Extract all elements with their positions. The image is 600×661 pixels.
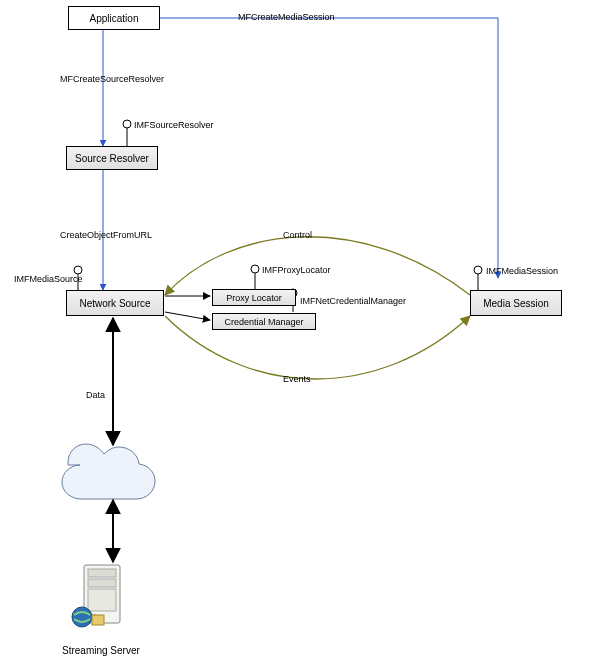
node-credential-manager: Credential Manager — [212, 313, 316, 330]
node-source-resolver: Source Resolver — [66, 146, 158, 170]
label-imf-media-source: IMFMediaSource — [14, 274, 83, 284]
label-imf-media-session: IMFMediaSession — [486, 266, 558, 276]
node-label: Network Source — [79, 298, 150, 309]
label-create-object-from-url: CreateObjectFromURL — [60, 230, 152, 240]
node-label: Media Session — [483, 298, 549, 309]
label-imf-net-credential-manager: IMFNetCredentialManager — [300, 296, 406, 306]
node-label: Application — [90, 13, 139, 24]
label-data: Data — [86, 390, 105, 400]
label-mfcreate-media-session: MFCreateMediaSession — [238, 12, 335, 22]
svg-point-1 — [123, 120, 131, 128]
svg-point-5 — [474, 266, 482, 274]
node-network-source: Network Source — [66, 290, 164, 316]
svg-point-7 — [251, 265, 259, 273]
label-imf-source-resolver: IMFSourceResolver — [134, 120, 214, 130]
node-label: Source Resolver — [75, 153, 149, 164]
label-mfcreate-source-resolver: MFCreateSourceResolver — [60, 74, 164, 84]
node-label: Proxy Locator — [226, 293, 282, 303]
node-proxy-locator: Proxy Locator — [212, 289, 296, 306]
label-events: Events — [283, 374, 311, 384]
svg-rect-16 — [92, 615, 104, 625]
svg-point-3 — [74, 266, 82, 274]
node-media-session: Media Session — [470, 290, 562, 316]
svg-point-15 — [72, 607, 92, 627]
svg-rect-12 — [88, 579, 116, 587]
node-label: Credential Manager — [224, 317, 303, 327]
svg-rect-13 — [88, 589, 116, 611]
label-control: Control — [283, 230, 312, 240]
diagram-svg — [0, 0, 600, 661]
label-streaming-server: Streaming Server — [62, 645, 140, 656]
svg-rect-11 — [88, 569, 116, 577]
node-application: Application — [68, 6, 160, 30]
label-imf-proxy-locator: IMFProxyLocator — [262, 265, 331, 275]
diagram-canvas: { "nodes": { "application": "Application… — [0, 0, 600, 661]
